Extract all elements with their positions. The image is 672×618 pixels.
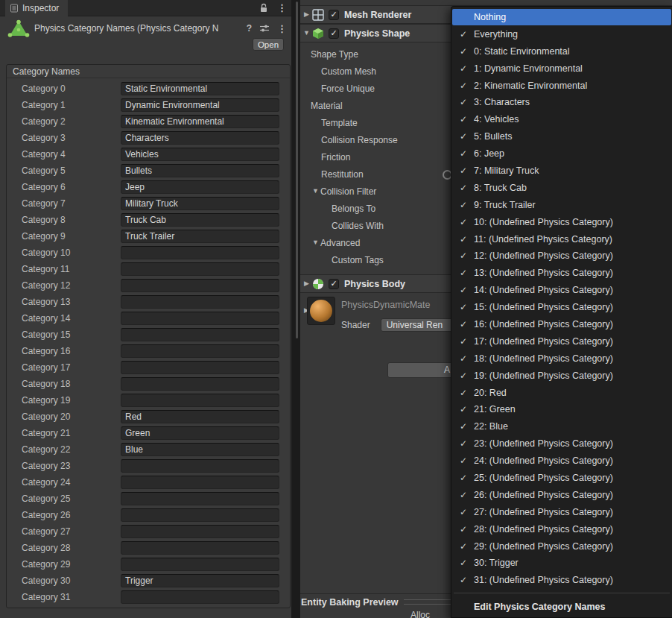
tab-inspector[interactable]: Inspector [5,0,68,16]
edit-physics-category-names-item[interactable]: Edit Physics Category Names [451,597,672,617]
dropdown-item-label: Everything [474,29,518,40]
category-value-field[interactable]: Jeep [121,180,279,194]
help-icon[interactable]: ? [247,23,252,34]
category-value-field[interactable] [121,279,279,292]
dropdown-item[interactable]: ✓4: Vehicles [451,111,672,128]
dropdown-item-label: 15: (Undefined Physics Category) [474,302,613,312]
dropdown-item[interactable]: ✓29: (Undefined Physics Category) [451,537,672,555]
category-value-field[interactable] [121,344,279,358]
category-row: Category 5Bullets [7,163,290,179]
dropdown-item[interactable]: ✓20: Red [451,384,672,401]
dropdown-item[interactable]: ✓16: (Undefined Physics Category) [451,316,672,333]
lock-icon[interactable] [259,3,268,13]
category-row: Category 17 [7,359,290,376]
dropdown-item[interactable]: ✓19: (Undefined Physics Category) [451,367,672,384]
category-value-field[interactable] [121,361,279,374]
physics-shape-title: Physics Shape [344,28,410,39]
dropdown-item[interactable]: ✓9: Truck Trailer [451,196,672,213]
category-value-field[interactable] [121,295,279,309]
category-value-field[interactable]: Vehicles [121,148,279,161]
category-value-field[interactable] [121,394,279,407]
dropdown-item-label: 26: (Undefined Physics Category) [474,490,613,500]
checkmark-icon: ✓ [460,336,474,347]
dropdown-item[interactable]: ✓8: Truck Cab [451,179,672,196]
open-button[interactable]: Open [253,38,284,51]
presets-icon[interactable] [259,24,270,33]
category-value-field[interactable] [121,492,279,505]
foldout-expanded-icon[interactable]: ▼ [311,239,320,246]
category-value-field[interactable] [121,459,279,473]
dropdown-item[interactable]: ✓26: (Undefined Physics Category) [451,486,672,503]
mesh-renderer-checkbox[interactable]: ✓ [329,10,339,20]
dropdown-item[interactable]: ✓28: (Undefined Physics Category) [451,520,672,537]
material-preview-thumbnail[interactable] [307,297,335,325]
category-value-field[interactable] [121,476,279,489]
category-value-field[interactable] [121,558,279,571]
category-value-field[interactable]: Truck Trailer [121,230,279,243]
category-value-field[interactable]: Green [121,426,279,440]
dropdown-item[interactable]: ✓23: (Undefined Physics Category) [451,435,672,453]
dropdown-item[interactable]: ✓15: (Undefined Physics Category) [451,299,672,316]
category-value-field[interactable]: Dynamic Environmental [121,98,279,112]
foldout-expanded-icon[interactable]: ▼ [311,188,320,195]
category-label: Category 3 [22,133,121,143]
category-value-field[interactable] [121,377,279,391]
scrollbar-thumb[interactable] [296,1,298,338]
header-kebab-menu-icon[interactable]: ⋮ [277,23,287,34]
physics-shape-checkbox[interactable]: ✓ [329,28,339,39]
category-value-field[interactable]: Characters [121,131,279,145]
dropdown-item[interactable]: ✓5: Bullets [451,128,672,145]
dropdown-item[interactable]: ✓31: (Undefined Physics Category) [451,572,672,589]
category-value-field[interactable] [121,508,279,522]
category-value-field[interactable]: Military Truck [121,197,279,210]
dropdown-item-label: 23: (Undefined Physics Category) [474,438,613,449]
dropdown-item[interactable]: ✓Everything [451,25,672,42]
dropdown-item[interactable]: ✓0: Static Environmental [451,42,672,60]
dropdown-item[interactable]: ✓17: (Undefined Physics Category) [451,332,672,350]
category-value-field[interactable] [121,262,279,276]
dropdown-item[interactable]: ✓13: (Undefined Physics Category) [451,265,672,282]
category-value-field[interactable]: Static Environmental [121,82,279,95]
dropdown-item[interactable]: ✓18: (Undefined Physics Category) [451,350,672,367]
foldout-collapsed-icon[interactable]: ▶ [302,280,311,287]
category-value-field[interactable] [121,246,279,259]
foldout-collapsed-icon[interactable]: ▶ [302,11,311,18]
property-label: Friction [321,152,350,163]
dropdown-item[interactable]: ✓7: Military Truck [451,163,672,180]
dropdown-item[interactable]: ✓2: Kinematic Environmental [451,77,672,94]
category-label: Category 4 [22,149,121,160]
category-value-field[interactable]: Kinematic Environmental [121,115,279,128]
dropdown-item[interactable]: Nothing [452,9,671,26]
category-value-field[interactable] [121,328,279,341]
category-value-field[interactable]: Red [121,410,279,423]
dropdown-item[interactable]: ✓3: Characters [451,94,672,111]
dropdown-item[interactable]: ✓30: Trigger [451,555,672,572]
physics-category-dropdown-menu: Nothing✓Everything✓0: Static Environment… [451,6,672,618]
dropdown-item[interactable]: ✓12: (Undefined Physics Category) [451,247,672,265]
dropdown-item[interactable]: ✓1: Dynamic Environmental [451,60,672,77]
dropdown-item[interactable]: ✓25: (Undefined Physics Category) [451,470,672,487]
category-row: Category 9Truck Trailer [7,228,290,245]
dropdown-item[interactable]: ✓24: (Undefined Physics Category) [451,453,672,470]
dropdown-item[interactable]: ✓11: (Undefined Physics Category) [451,230,672,247]
category-value-field[interactable]: Trigger [121,574,279,587]
dropdown-item[interactable]: ✓22: Blue [451,418,672,435]
category-value-field[interactable]: Bullets [121,164,279,177]
dropdown-item[interactable]: ✓10: (Undefined Physics Category) [451,213,672,230]
category-label: Category 19 [22,395,121,406]
tab-kebab-menu-icon[interactable]: ⋮ [277,2,287,13]
category-value-field[interactable] [121,590,279,604]
dropdown-item[interactable]: ✓21: Green [451,401,672,418]
category-label: Category 17 [22,362,121,373]
foldout-expanded-icon[interactable]: ▼ [302,30,311,37]
category-value-field[interactable] [121,525,279,538]
dropdown-item[interactable]: ✓6: Jeep [451,145,672,163]
panel-splitter[interactable] [291,0,300,618]
category-value-field[interactable] [121,312,279,325]
category-value-field[interactable] [121,541,279,555]
physics-body-checkbox[interactable]: ✓ [329,279,339,289]
dropdown-item[interactable]: ✓27: (Undefined Physics Category) [451,503,672,520]
category-value-field[interactable]: Blue [121,443,279,456]
category-value-field[interactable]: Truck Cab [121,213,279,227]
dropdown-item[interactable]: ✓14: (Undefined Physics Category) [451,282,672,299]
